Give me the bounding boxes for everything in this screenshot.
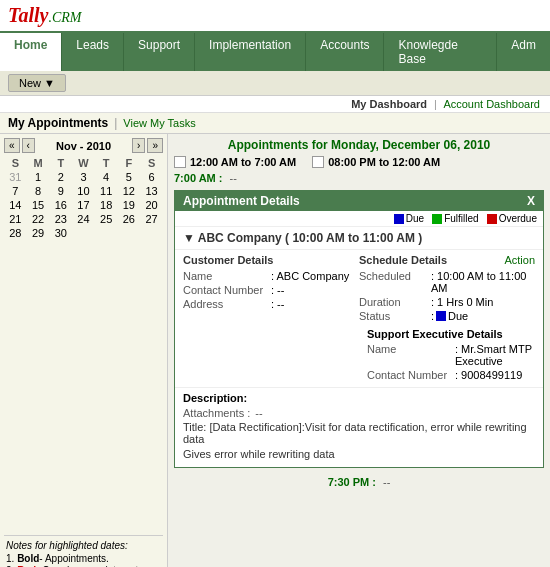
cal-day-12[interactable]: 12 — [118, 184, 141, 198]
cal-day-15[interactable]: 15 — [27, 198, 50, 212]
time-slots-row: 12:00 AM to 7:00 AM 08:00 PM to 12:00 AM — [174, 156, 544, 168]
support-name-label: Name — [367, 343, 455, 367]
schedule-status-colon: : — [431, 310, 434, 322]
cal-day-8[interactable]: 8 — [27, 184, 50, 198]
right-panel: Appointments for Monday, December 06, 20… — [168, 134, 550, 567]
time-early-val: -- — [230, 172, 237, 184]
mini-calendar: « ‹ Nov - 2010 › » S M T W T F S — [4, 138, 163, 240]
time-slot-2-checkbox[interactable] — [312, 156, 324, 168]
cal-day-14[interactable]: 14 — [4, 198, 27, 212]
nav-item-accounts[interactable]: Accounts — [305, 33, 383, 71]
cal-day-30[interactable]: 30 — [49, 226, 72, 240]
time-slot-1: 12:00 AM to 7:00 AM — [174, 156, 296, 168]
cal-day-17[interactable]: 17 — [72, 198, 95, 212]
cal-day-24[interactable]: 24 — [72, 212, 95, 226]
appt-company-row: ▼ ABC Company ( 10:00 AM to 11:00 AM ) — [175, 227, 543, 250]
cal-day-9[interactable]: 9 — [49, 184, 72, 198]
schedule-status-row: Status : Due — [359, 310, 535, 322]
nav-item-leads[interactable]: Leads — [61, 33, 123, 71]
account-dashboard-link[interactable]: Account Dashboard — [443, 98, 540, 110]
notes-bold-label: Bold — [17, 553, 39, 564]
time-slot-1-checkbox[interactable] — [174, 156, 186, 168]
action-link[interactable]: Action — [504, 254, 535, 266]
cal-next-next-btn[interactable]: » — [147, 138, 163, 153]
customer-details-title: Customer Details — [183, 254, 359, 266]
cal-day-18[interactable]: 18 — [95, 198, 118, 212]
legend-overdue: Overdue — [487, 213, 537, 224]
schedule-scheduled-row: Scheduled : 10:00 AM to 11:00 AM — [359, 270, 535, 294]
header: Tally.CRM — [0, 0, 550, 33]
cal-day-29[interactable]: 29 — [27, 226, 50, 240]
cal-day-7[interactable]: 7 — [4, 184, 27, 198]
cal-day-t2: T — [95, 156, 118, 170]
cal-day-6[interactable]: 6 — [140, 170, 163, 184]
cal-day-27[interactable]: 27 — [140, 212, 163, 226]
cal-day-s: S — [4, 156, 27, 170]
cal-day-m: M — [27, 156, 50, 170]
appt-detail-header: Appointment Details X — [175, 191, 543, 211]
cal-day-10[interactable]: 10 — [72, 184, 95, 198]
appt-detail-header-title: Appointment Details — [183, 194, 300, 208]
cal-day-3[interactable]: 3 — [72, 170, 95, 184]
cal-day-13[interactable]: 13 — [140, 184, 163, 198]
appt-date-title: Appointments for Monday, December 06, 20… — [174, 138, 544, 152]
time-slot-1-label: 12:00 AM to 7:00 AM — [190, 156, 296, 168]
schedule-details-title: Schedule Details — [359, 254, 447, 266]
nav-item-implementation[interactable]: Implementation — [194, 33, 305, 71]
attachments-value: -- — [255, 407, 262, 419]
cal-nav: « ‹ Nov - 2010 › » — [4, 138, 163, 153]
cal-prev-prev-btn[interactable]: « — [4, 138, 20, 153]
cal-day-21[interactable]: 21 — [4, 212, 27, 226]
description-title: Description: — [183, 392, 535, 404]
cal-day-1[interactable]: 1 — [27, 170, 50, 184]
legend-due-label: Due — [406, 213, 424, 224]
nav-item-home[interactable]: Home — [0, 33, 61, 71]
dashboard-bar: My Dashboard | Account Dashboard — [0, 96, 550, 113]
schedule-duration-value: : 1 Hrs 0 Min — [431, 296, 493, 308]
new-button[interactable]: New ▼ — [8, 74, 66, 92]
nav-item-adm[interactable]: Adm — [496, 33, 550, 71]
cal-prev-btn[interactable]: ‹ — [22, 138, 35, 153]
schedule-duration-label: Duration — [359, 296, 431, 308]
appointments-separator: | — [114, 116, 117, 130]
title-line: Title: [Data Rectification]:Visit for da… — [183, 421, 535, 445]
legend-row: Due Fulfilled Overdue — [175, 211, 543, 227]
close-icon[interactable]: X — [527, 194, 535, 208]
schedule-status-value: Due — [448, 310, 468, 322]
schedule-scheduled-value: : 10:00 AM to 11:00 AM — [431, 270, 535, 294]
support-name-row: Name : Mr.Smart MTP Executive — [367, 343, 535, 367]
cal-day-11[interactable]: 11 — [95, 184, 118, 198]
cal-day-25[interactable]: 25 — [95, 212, 118, 226]
left-panel: « ‹ Nov - 2010 › » S M T W T F S — [0, 134, 168, 567]
legend-overdue-label: Overdue — [499, 213, 537, 224]
customer-address-label: Address — [183, 298, 271, 310]
cal-day-26[interactable]: 26 — [118, 212, 141, 226]
nav-item-knowledge[interactable]: Knowlegde Base — [383, 33, 496, 71]
cal-empty-4 — [140, 226, 163, 240]
cal-next-btn[interactable]: › — [132, 138, 145, 153]
customer-name-row: Name : ABC Company — [183, 270, 359, 282]
customer-address-row: Address : -- — [183, 298, 359, 310]
nav-item-support[interactable]: Support — [123, 33, 194, 71]
cal-day-22[interactable]: 22 — [27, 212, 50, 226]
cal-day-23[interactable]: 23 — [49, 212, 72, 226]
description-body: Gives error while rewriting data — [183, 448, 535, 460]
cal-day-16[interactable]: 16 — [49, 198, 72, 212]
cal-day-20[interactable]: 20 — [140, 198, 163, 212]
cal-day-19[interactable]: 19 — [118, 198, 141, 212]
cal-day-5[interactable]: 5 — [118, 170, 141, 184]
my-appointments-title: My Appointments — [8, 116, 108, 130]
customer-name-value: : ABC Company — [271, 270, 349, 282]
cal-table: S M T W T F S 31 1 2 3 4 — [4, 156, 163, 240]
customer-name-label: Name — [183, 270, 271, 282]
view-my-tasks-link[interactable]: View My Tasks — [123, 117, 195, 129]
description-section: Description: Attachments : -- Title: [Da… — [175, 387, 543, 467]
legend-due-dot — [394, 214, 404, 224]
appointments-header: My Appointments | View My Tasks — [0, 113, 550, 134]
cal-day-31[interactable]: 31 — [4, 170, 27, 184]
appt-detail-box: Appointment Details X Due Fulfilled Over… — [174, 190, 544, 468]
cal-day-4[interactable]: 4 — [95, 170, 118, 184]
customer-contact-value: : -- — [271, 284, 284, 296]
cal-day-2[interactable]: 2 — [49, 170, 72, 184]
cal-day-28[interactable]: 28 — [4, 226, 27, 240]
